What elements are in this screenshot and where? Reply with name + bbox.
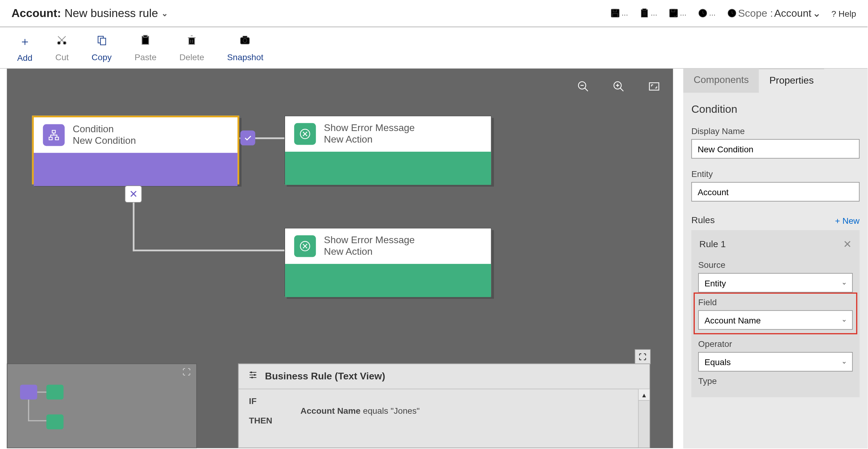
rule-1-block: Rule 1 ✕ Source ⌄ Field [691,230,860,397]
type-label: Type [698,376,852,386]
clock-menu-button[interactable]: … [698,8,716,18]
snapshot-label: Snapshot [227,52,263,61]
zoom-in-button[interactable] [611,79,626,94]
snapshot-button[interactable]: Snapshot [227,34,263,61]
text-view-settings-icon[interactable] [248,370,258,383]
scissors-icon [56,34,68,48]
minimap[interactable]: ⛶ [7,364,197,448]
svg-rect-2 [612,14,618,17]
scope-dropdown[interactable]: Scope : Account ⌄ [727,7,821,20]
help-label: Help [839,8,856,18]
display-name-input[interactable] [691,139,860,159]
condition-field: Account Name [301,406,361,416]
svg-point-48 [250,371,252,373]
svg-rect-9 [671,9,675,12]
action-node-1[interactable]: Show Error Message New Action [284,116,492,184]
copy-icon [96,34,107,48]
add-label: Add [17,52,32,62]
true-branch-badge[interactable] [240,130,255,145]
new-rule-button[interactable]: + New [835,215,860,225]
tab-properties[interactable]: Properties [759,69,824,93]
scope-value: Account [774,7,811,20]
fit-screen-button[interactable] [647,79,662,94]
rule-1-title: Rule 1 [699,239,726,249]
operator-label: Operator [698,339,852,349]
node-title: Condition [73,124,136,135]
minimap-expand-icon[interactable]: ⛶ [183,367,191,377]
paste-icon [140,34,151,48]
saveas-menu-button[interactable]: … [668,8,687,18]
node-title: Show Error Message [324,235,415,246]
text-view-title: Business Rule (Text View) [265,370,385,382]
false-branch-badge[interactable]: ✕ [125,185,142,203]
svg-rect-4 [643,9,646,11]
entity-label: Entity [691,169,860,178]
paste-button[interactable]: Paste [135,34,157,61]
svg-rect-36 [52,130,55,133]
rules-label: Rules [691,215,715,226]
svg-rect-38 [55,137,58,140]
entity-name: Account: [11,7,61,20]
error-icon [294,235,316,257]
question-icon: ? [832,8,836,18]
node-title: Show Error Message [324,122,415,134]
add-button[interactable]: ＋ Add [17,33,32,62]
source-select[interactable] [698,273,852,293]
cut-button[interactable]: Cut [55,34,69,61]
tab-components[interactable]: Components [683,69,759,93]
chevron-down-icon: ⌄ [161,8,168,18]
error-icon [294,123,316,145]
then-keyword: THEN [249,416,272,425]
paste-label: Paste [135,52,157,61]
svg-rect-37 [49,137,52,140]
rule-title-dropdown[interactable]: Account: New business rule ⌄ [11,7,168,20]
rule-name: New business rule [64,7,158,20]
svg-line-32 [620,88,623,91]
condition-node[interactable]: Condition New Condition [32,116,239,184]
svg-rect-1 [613,9,616,12]
node-subtitle: New Action [324,246,415,258]
copy-button[interactable]: Copy [91,34,112,61]
if-keyword: IF [249,396,256,406]
field-select[interactable] [698,310,852,330]
chevron-down-icon: ⌄ [812,7,821,20]
svg-rect-17 [100,38,105,45]
entity-input[interactable] [691,182,860,202]
designer-canvas[interactable]: Condition New Condition ✕ Show Error Mes… [7,69,673,448]
source-label: Source [698,260,852,270]
properties-panel: Components Properties Condition Display … [683,69,867,448]
help-button[interactable]: ? Help [832,8,856,18]
svg-rect-19 [144,35,147,37]
minimap-action2 [46,414,64,429]
text-view-panel: Business Rule (Text View) ⛶ IF Account N… [238,364,650,448]
condition-icon [43,124,65,146]
plus-icon: ＋ [19,33,31,49]
scroll-up-icon[interactable]: ▲ [639,389,649,401]
svg-point-49 [254,374,256,376]
save-menu-button[interactable]: … [610,8,629,18]
svg-point-50 [251,377,253,379]
field-highlight-box: Field ⌄ [693,293,857,334]
svg-line-29 [585,88,588,91]
scope-label: Scope : [738,7,773,20]
copy-label: Copy [91,52,112,61]
delete-button[interactable]: Delete [179,34,204,61]
operator-select[interactable] [698,352,852,371]
camera-icon [240,34,251,48]
clipboard-menu-button[interactable]: … [639,8,658,18]
trash-icon [186,34,197,48]
minimap-action1 [46,385,64,399]
zoom-out-button[interactable] [576,79,591,94]
delete-label: Delete [179,52,204,61]
svg-rect-35 [649,83,659,90]
action-node-2[interactable]: Show Error Message New Action [284,228,492,296]
svg-rect-20 [189,37,195,44]
text-view-scrollbar[interactable]: ▲ [638,389,650,447]
title-bar: Account: New business rule ⌄ … … … … Sco… [0,0,868,27]
node-subtitle: New Condition [73,135,136,147]
toolbar: ＋ Add Cut Copy Paste Delete [0,27,868,69]
display-name-label: Display Name [691,126,860,136]
rule-close-icon[interactable]: ✕ [843,238,851,250]
text-view-expand-button[interactable]: ⛶ [634,349,651,364]
minimap-condition [20,385,37,399]
